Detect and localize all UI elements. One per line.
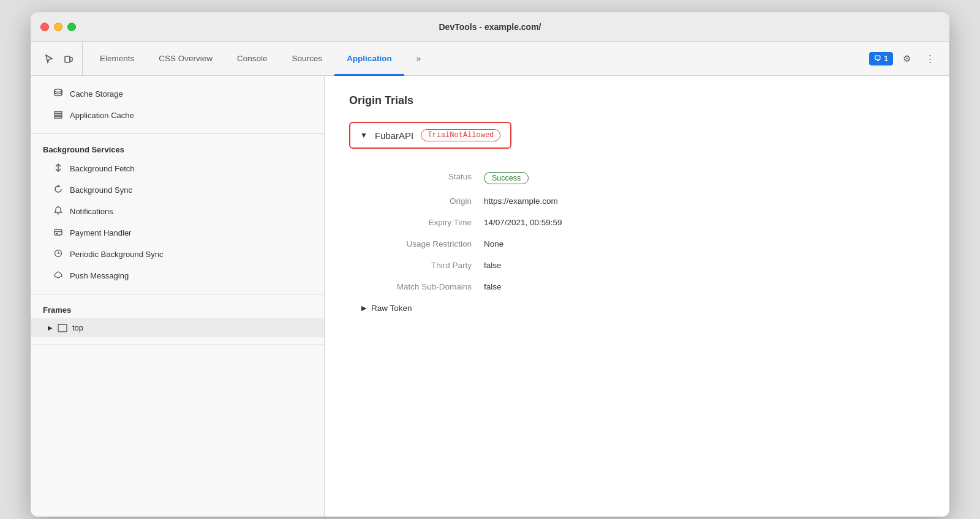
top-arrow-icon: ▶	[48, 324, 53, 331]
minimize-button[interactable]	[54, 23, 62, 31]
tab-more[interactable]: »	[404, 42, 434, 76]
background-sync-label: Background Sync	[70, 185, 132, 195]
background-services-title: Background Services	[31, 141, 324, 158]
svg-rect-11	[58, 324, 67, 332]
svg-rect-7	[55, 230, 62, 235]
storage-section: Cache Storage Application Cache	[31, 76, 324, 134]
success-badge: Success	[484, 172, 529, 184]
match-subdomains-value: false	[484, 276, 925, 297]
fubar-api-row[interactable]: ▼ FubarAPI TrialNotAllowed	[349, 122, 511, 149]
sidebar-item-notifications[interactable]: Notifications	[31, 201, 324, 222]
devtools-window: DevTools - example.com/ Elements CSS Ove…	[31, 12, 949, 517]
payment-handler-icon	[53, 227, 64, 239]
notifications-icon	[53, 206, 64, 217]
usage-restriction-label: Usage Restriction	[361, 233, 484, 255]
sidebar-item-application-cache[interactable]: Application Cache	[31, 105, 324, 126]
settings-button[interactable]: ⚙	[897, 49, 916, 69]
notification-badge-button[interactable]: 🗨 1	[869, 52, 893, 65]
maximize-button[interactable]	[67, 23, 76, 31]
raw-token-arrow-icon: ▶	[361, 304, 366, 312]
tab-console[interactable]: Console	[225, 42, 280, 76]
sidebar-item-top[interactable]: ▶ top	[31, 318, 324, 337]
title-bar: DevTools - example.com/	[31, 12, 949, 42]
device-toggle-icon[interactable]	[60, 50, 77, 67]
traffic-lights	[40, 23, 76, 31]
tab-css-overview[interactable]: CSS Overview	[146, 42, 225, 76]
message-icon: 🗨	[874, 54, 881, 63]
background-services-section: Background Services Background Fetch	[31, 134, 324, 294]
cache-storage-icon	[53, 88, 64, 100]
svg-rect-5	[55, 116, 62, 118]
sidebar-item-periodic-background-sync[interactable]: Periodic Background Sync	[31, 244, 324, 265]
sidebar-item-push-messaging[interactable]: Push Messaging	[31, 265, 324, 286]
tab-sources[interactable]: Sources	[280, 42, 335, 76]
svg-rect-3	[55, 111, 62, 113]
badge-count: 1	[884, 54, 888, 63]
svg-point-2	[55, 89, 62, 92]
push-messaging-icon	[53, 270, 64, 282]
tab-bar: Elements CSS Overview Console Sources Ap…	[31, 42, 949, 76]
tab-elements[interactable]: Elements	[88, 42, 146, 76]
usage-restriction-value: None	[484, 233, 925, 255]
svg-rect-4	[55, 114, 62, 116]
sidebar-item-background-fetch[interactable]: Background Fetch	[31, 158, 324, 179]
status-value: Success	[484, 166, 925, 190]
page-title: Origin Trials	[349, 94, 925, 107]
third-party-value: false	[484, 255, 925, 276]
background-fetch-icon	[53, 163, 64, 174]
background-sync-icon	[53, 184, 64, 196]
status-label: Status	[361, 166, 484, 190]
notifications-label: Notifications	[70, 207, 113, 216]
expiry-label: Expiry Time	[361, 212, 484, 233]
raw-token-row[interactable]: ▶ Raw Token	[361, 297, 925, 319]
payment-handler-label: Payment Handler	[70, 228, 131, 237]
frames-title: Frames	[31, 302, 324, 318]
content-panel: Origin Trials ▼ FubarAPI TrialNotAllowed…	[325, 76, 949, 517]
origin-value: https://example.com	[484, 190, 925, 212]
expiry-value: 14/07/2021, 00:59:59	[484, 212, 925, 233]
application-cache-icon	[53, 110, 64, 121]
top-label: top	[72, 323, 83, 332]
trial-not-allowed-badge: TrialNotAllowed	[421, 129, 500, 141]
frame-icon	[58, 324, 67, 332]
third-party-label: Third Party	[361, 255, 484, 276]
sidebar-item-background-sync[interactable]: Background Sync	[31, 179, 324, 201]
tool-icons	[36, 42, 83, 75]
sidebar-item-cache-storage[interactable]: Cache Storage	[31, 83, 324, 105]
application-cache-label: Application Cache	[70, 111, 134, 120]
more-options-button[interactable]: ⋮	[920, 49, 940, 69]
fubar-api-label: FubarAPI	[375, 130, 413, 141]
raw-token-label: Raw Token	[371, 304, 412, 313]
periodic-background-sync-icon	[53, 248, 64, 260]
svg-rect-0	[65, 56, 70, 62]
cache-storage-label: Cache Storage	[70, 89, 123, 99]
sidebar-item-payment-handler[interactable]: Payment Handler	[31, 222, 324, 244]
tab-list: Elements CSS Overview Console Sources Ap…	[88, 42, 864, 75]
origin-label: Origin	[361, 190, 484, 212]
background-fetch-label: Background Fetch	[70, 164, 135, 173]
push-messaging-label: Push Messaging	[70, 271, 129, 280]
match-subdomains-label: Match Sub-Domains	[361, 276, 484, 297]
periodic-background-sync-label: Periodic Background Sync	[70, 250, 163, 259]
svg-rect-1	[70, 58, 72, 61]
tab-bar-right: 🗨 1 ⚙ ⋮	[864, 42, 944, 75]
window-title: DevTools - example.com/	[439, 22, 541, 32]
cursor-tool-icon[interactable]	[40, 50, 58, 67]
frames-section: Frames ▶ top	[31, 294, 324, 345]
close-button[interactable]	[40, 23, 49, 31]
detail-table: Status Success Origin https://example.co…	[361, 166, 925, 297]
sidebar: Cache Storage Application Cache Backgrou	[31, 76, 325, 517]
fubar-arrow-icon: ▼	[360, 131, 368, 140]
main-content: Cache Storage Application Cache Backgrou	[31, 76, 949, 517]
tab-application[interactable]: Application	[334, 42, 404, 76]
